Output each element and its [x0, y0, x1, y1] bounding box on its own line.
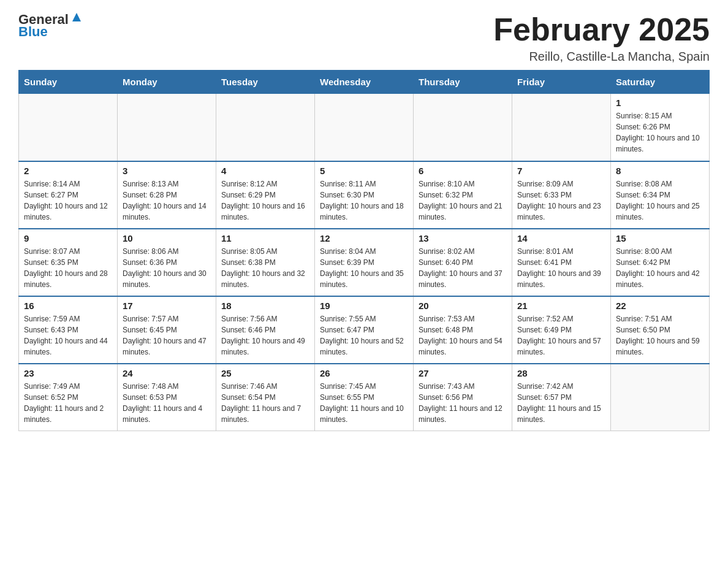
day-info: Sunrise: 7:55 AMSunset: 6:47 PMDaylight:… [320, 313, 408, 358]
calendar-cell: 5Sunrise: 8:11 AMSunset: 6:30 PMDaylight… [315, 161, 414, 229]
calendar-cell: 6Sunrise: 8:10 AMSunset: 6:32 PMDaylight… [414, 161, 512, 229]
logo-blue-text: Blue [18, 25, 83, 39]
day-info: Sunrise: 7:46 AMSunset: 6:54 PMDaylight:… [221, 381, 309, 425]
calendar-cell: 26Sunrise: 7:45 AMSunset: 6:55 PMDayligh… [315, 364, 414, 431]
calendar-cell: 10Sunrise: 8:06 AMSunset: 6:36 PMDayligh… [118, 229, 216, 296]
day-number: 21 [517, 301, 605, 311]
calendar-cell: 9Sunrise: 8:07 AMSunset: 6:35 PMDaylight… [19, 229, 118, 296]
day-info: Sunrise: 7:57 AMSunset: 6:45 PMDaylight:… [123, 313, 211, 358]
calendar-header-monday: Monday [118, 71, 216, 94]
calendar-week-row: 1Sunrise: 8:15 AMSunset: 6:26 PMDaylight… [19, 94, 710, 161]
day-info: Sunrise: 8:11 AMSunset: 6:30 PMDaylight:… [320, 178, 408, 223]
calendar-cell: 12Sunrise: 8:04 AMSunset: 6:39 PMDayligh… [315, 229, 414, 296]
calendar-header-wednesday: Wednesday [315, 71, 414, 94]
calendar-cell: 21Sunrise: 7:52 AMSunset: 6:49 PMDayligh… [512, 296, 611, 364]
day-info: Sunrise: 8:02 AMSunset: 6:40 PMDaylight:… [419, 246, 507, 290]
day-number: 27 [419, 368, 507, 378]
day-number: 3 [123, 166, 211, 176]
day-number: 7 [517, 166, 605, 176]
month-title: February 2025 [493, 12, 710, 47]
day-number: 26 [320, 368, 408, 378]
day-info: Sunrise: 8:14 AMSunset: 6:27 PMDaylight:… [24, 178, 112, 223]
calendar-cell: 4Sunrise: 8:12 AMSunset: 6:29 PMDaylight… [216, 161, 315, 229]
calendar-header-thursday: Thursday [414, 71, 512, 94]
day-info: Sunrise: 7:45 AMSunset: 6:55 PMDaylight:… [320, 381, 408, 425]
day-number: 5 [320, 166, 408, 176]
title-section: February 2025 Reillo, Castille-La Mancha… [493, 12, 710, 64]
day-info: Sunrise: 8:07 AMSunset: 6:35 PMDaylight:… [24, 246, 112, 290]
day-info: Sunrise: 7:48 AMSunset: 6:53 PMDaylight:… [123, 381, 211, 425]
day-number: 23 [24, 368, 112, 378]
calendar-cell [19, 94, 118, 161]
calendar-week-row: 16Sunrise: 7:59 AMSunset: 6:43 PMDayligh… [19, 296, 710, 364]
calendar-table: SundayMondayTuesdayWednesdayThursdayFrid… [18, 70, 710, 431]
calendar-cell [512, 94, 611, 161]
day-number: 18 [221, 301, 309, 311]
calendar-cell [118, 94, 216, 161]
calendar-cell: 25Sunrise: 7:46 AMSunset: 6:54 PMDayligh… [216, 364, 315, 431]
day-info: Sunrise: 7:49 AMSunset: 6:52 PMDaylight:… [24, 381, 112, 425]
day-number: 8 [616, 166, 704, 176]
calendar-cell: 13Sunrise: 8:02 AMSunset: 6:40 PMDayligh… [414, 229, 512, 296]
calendar-cell: 18Sunrise: 7:56 AMSunset: 6:46 PMDayligh… [216, 296, 315, 364]
calendar-header-tuesday: Tuesday [216, 71, 315, 94]
day-info: Sunrise: 8:13 AMSunset: 6:28 PMDaylight:… [123, 178, 211, 223]
day-number: 14 [517, 233, 605, 243]
day-info: Sunrise: 7:51 AMSunset: 6:50 PMDaylight:… [616, 313, 704, 358]
logo-triangle-icon [70, 10, 83, 24]
calendar-cell: 7Sunrise: 8:09 AMSunset: 6:33 PMDaylight… [512, 161, 611, 229]
day-number: 20 [419, 301, 507, 311]
day-number: 4 [221, 166, 309, 176]
day-number: 28 [517, 368, 605, 378]
day-number: 13 [419, 233, 507, 243]
day-info: Sunrise: 7:53 AMSunset: 6:48 PMDaylight:… [419, 313, 507, 358]
calendar-cell [611, 364, 710, 431]
calendar-cell: 1Sunrise: 8:15 AMSunset: 6:26 PMDaylight… [611, 94, 710, 161]
calendar-header-sunday: Sunday [19, 71, 118, 94]
calendar-week-row: 2Sunrise: 8:14 AMSunset: 6:27 PMDaylight… [19, 161, 710, 229]
day-number: 16 [24, 301, 112, 311]
calendar-cell [414, 94, 512, 161]
calendar-cell: 2Sunrise: 8:14 AMSunset: 6:27 PMDaylight… [19, 161, 118, 229]
day-info: Sunrise: 8:09 AMSunset: 6:33 PMDaylight:… [517, 178, 605, 223]
calendar-cell: 11Sunrise: 8:05 AMSunset: 6:38 PMDayligh… [216, 229, 315, 296]
day-number: 15 [616, 233, 704, 243]
day-number: 2 [24, 166, 112, 176]
day-info: Sunrise: 8:12 AMSunset: 6:29 PMDaylight:… [221, 178, 309, 223]
calendar-cell: 22Sunrise: 7:51 AMSunset: 6:50 PMDayligh… [611, 296, 710, 364]
calendar-cell: 17Sunrise: 7:57 AMSunset: 6:45 PMDayligh… [118, 296, 216, 364]
calendar-cell [216, 94, 315, 161]
calendar-cell: 28Sunrise: 7:42 AMSunset: 6:57 PMDayligh… [512, 364, 611, 431]
location-subtitle: Reillo, Castille-La Mancha, Spain [493, 50, 710, 64]
logo: General Blue [18, 12, 83, 39]
day-number: 17 [123, 301, 211, 311]
day-number: 9 [24, 233, 112, 243]
day-info: Sunrise: 8:01 AMSunset: 6:41 PMDaylight:… [517, 246, 605, 290]
day-number: 22 [616, 301, 704, 311]
calendar-cell: 3Sunrise: 8:13 AMSunset: 6:28 PMDaylight… [118, 161, 216, 229]
calendar-cell: 8Sunrise: 8:08 AMSunset: 6:34 PMDaylight… [611, 161, 710, 229]
day-info: Sunrise: 7:56 AMSunset: 6:46 PMDaylight:… [221, 313, 309, 358]
day-info: Sunrise: 8:04 AMSunset: 6:39 PMDaylight:… [320, 246, 408, 290]
day-info: Sunrise: 7:59 AMSunset: 6:43 PMDaylight:… [24, 313, 112, 358]
day-info: Sunrise: 8:10 AMSunset: 6:32 PMDaylight:… [419, 178, 507, 223]
day-number: 10 [123, 233, 211, 243]
day-number: 24 [123, 368, 211, 378]
day-number: 19 [320, 301, 408, 311]
calendar-cell: 19Sunrise: 7:55 AMSunset: 6:47 PMDayligh… [315, 296, 414, 364]
day-info: Sunrise: 7:52 AMSunset: 6:49 PMDaylight:… [517, 313, 605, 358]
calendar-body: 1Sunrise: 8:15 AMSunset: 6:26 PMDaylight… [19, 94, 710, 431]
calendar-header-saturday: Saturday [611, 71, 710, 94]
calendar-cell: 14Sunrise: 8:01 AMSunset: 6:41 PMDayligh… [512, 229, 611, 296]
day-info: Sunrise: 8:15 AMSunset: 6:26 PMDaylight:… [616, 110, 704, 155]
day-info: Sunrise: 8:00 AMSunset: 6:42 PMDaylight:… [616, 246, 704, 290]
day-info: Sunrise: 7:42 AMSunset: 6:57 PMDaylight:… [517, 381, 605, 425]
day-number: 1 [616, 98, 704, 108]
calendar-week-row: 23Sunrise: 7:49 AMSunset: 6:52 PMDayligh… [19, 364, 710, 431]
day-number: 12 [320, 233, 408, 243]
calendar-cell: 27Sunrise: 7:43 AMSunset: 6:56 PMDayligh… [414, 364, 512, 431]
day-info: Sunrise: 8:05 AMSunset: 6:38 PMDaylight:… [221, 246, 309, 290]
calendar-cell: 16Sunrise: 7:59 AMSunset: 6:43 PMDayligh… [19, 296, 118, 364]
page-header: General Blue February 2025 Reillo, Casti… [18, 12, 710, 64]
calendar-cell: 24Sunrise: 7:48 AMSunset: 6:53 PMDayligh… [118, 364, 216, 431]
